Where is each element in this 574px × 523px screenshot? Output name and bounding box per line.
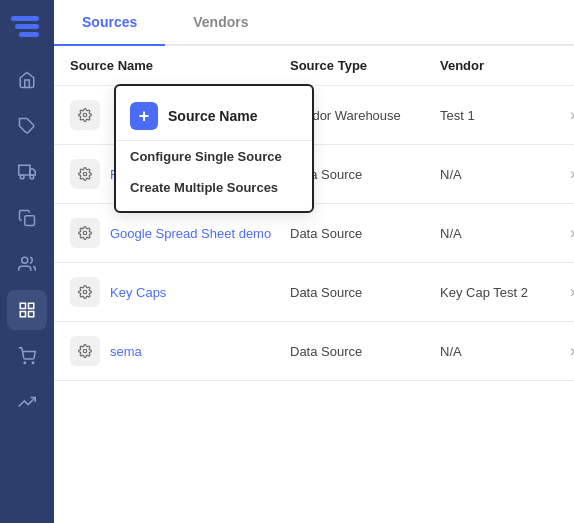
table-row: sema Data Source N/A ›: [54, 322, 574, 381]
dropdown-header: + Source Name: [116, 94, 312, 141]
svg-point-7: [30, 175, 34, 179]
svg-rect-10: [20, 303, 25, 308]
svg-point-15: [32, 362, 34, 364]
svg-point-9: [22, 257, 28, 263]
row-source-name[interactable]: sema: [110, 344, 290, 359]
svg-rect-11: [29, 303, 34, 308]
svg-point-6: [20, 175, 24, 179]
tab-sources[interactable]: Sources: [54, 0, 165, 46]
th-source-name: Source Name + Source Name Configure Sing…: [70, 58, 290, 73]
svg-point-17: [83, 172, 87, 176]
row-source-name[interactable]: Google Spread Sheet demo: [110, 226, 290, 241]
row-source-type: Data Source: [290, 226, 440, 241]
row-settings-icon[interactable]: [70, 277, 100, 307]
row-vendor: Key Cap Test 2: [440, 285, 570, 300]
th-vendor: Vendor: [440, 58, 570, 73]
row-settings-icon[interactable]: [70, 218, 100, 248]
svg-rect-0: [11, 16, 39, 21]
row-action-icon[interactable]: ›: [570, 342, 574, 360]
configure-single-source-item[interactable]: Configure Single Source: [116, 141, 312, 172]
row-settings-icon[interactable]: [70, 159, 100, 189]
sidebar-item-cart[interactable]: [7, 336, 47, 376]
table-area: Source Name + Source Name Configure Sing…: [54, 46, 574, 523]
svg-point-14: [24, 362, 26, 364]
svg-marker-5: [30, 169, 35, 175]
sidebar-item-users[interactable]: [7, 244, 47, 284]
row-vendor: N/A: [440, 167, 570, 182]
svg-rect-4: [19, 165, 30, 175]
add-source-button[interactable]: +: [130, 102, 158, 130]
sidebar: [0, 0, 54, 523]
sidebar-item-grid[interactable]: [7, 290, 47, 330]
table-header: Source Name + Source Name Configure Sing…: [54, 46, 574, 86]
tabs-bar: Sources Vendors: [54, 0, 574, 46]
sidebar-item-chart[interactable]: [7, 382, 47, 422]
row-vendor: N/A: [440, 226, 570, 241]
table-row: Key Caps Data Source Key Cap Test 2 ›: [54, 263, 574, 322]
row-settings-icon[interactable]: [70, 100, 100, 130]
svg-rect-13: [29, 312, 34, 317]
row-source-type: Data Source: [290, 344, 440, 359]
sidebar-item-tag[interactable]: [7, 106, 47, 146]
sidebar-item-copy[interactable]: [7, 198, 47, 238]
tab-vendors[interactable]: Vendors: [165, 0, 276, 46]
app-logo: [9, 10, 45, 46]
svg-point-19: [83, 290, 87, 294]
svg-rect-1: [15, 24, 39, 29]
row-vendor: Test 1: [440, 108, 570, 123]
row-action-icon[interactable]: ›: [570, 106, 574, 124]
row-action-icon[interactable]: ›: [570, 283, 574, 301]
svg-rect-12: [20, 312, 25, 317]
row-settings-icon[interactable]: [70, 336, 100, 366]
source-dropdown: + Source Name Configure Single Source Cr…: [114, 84, 314, 213]
svg-point-20: [83, 349, 87, 353]
svg-point-16: [83, 113, 87, 117]
row-source-type: Data Source: [290, 285, 440, 300]
sidebar-item-truck[interactable]: [7, 152, 47, 192]
svg-rect-8: [25, 216, 35, 226]
main-content: Sources Vendors Source Name + Source Nam…: [54, 0, 574, 523]
row-source-name[interactable]: Key Caps: [110, 285, 290, 300]
row-vendor: N/A: [440, 344, 570, 359]
dropdown-title: Source Name: [168, 108, 257, 124]
svg-rect-2: [19, 32, 39, 37]
svg-point-18: [83, 231, 87, 235]
th-source-type: Source Type: [290, 58, 440, 73]
row-action-icon[interactable]: ›: [570, 224, 574, 242]
sidebar-item-home[interactable]: [7, 60, 47, 100]
create-multiple-sources-item[interactable]: Create Multiple Sources: [116, 172, 312, 203]
row-action-icon[interactable]: ›: [570, 165, 574, 183]
